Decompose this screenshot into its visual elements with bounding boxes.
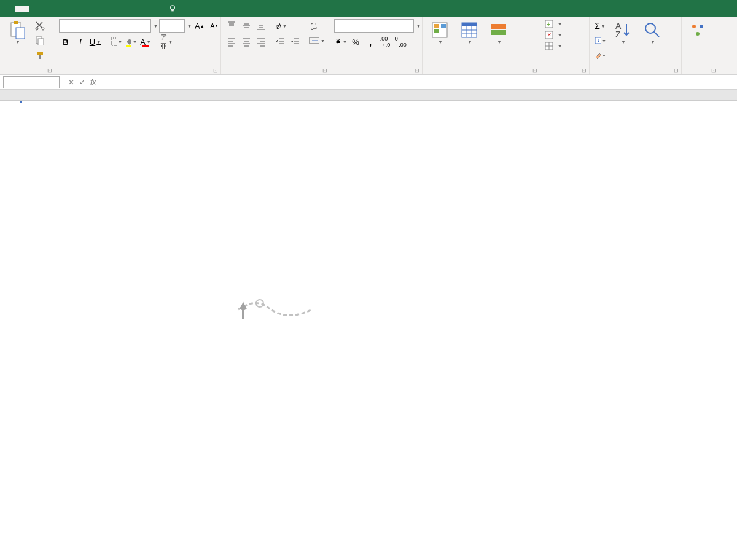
tab-formulas[interactable] (59, 6, 74, 12)
cell-styles-button[interactable]: ▼ (485, 19, 512, 45)
increase-font-button[interactable]: A▲ (193, 19, 206, 33)
font-size-select[interactable] (159, 19, 185, 33)
align-left-icon (227, 37, 236, 47)
tab-review[interactable] (88, 6, 103, 12)
svg-text:×: × (547, 31, 551, 38)
table-icon (459, 20, 479, 40)
delete-cells-icon: × (544, 30, 554, 40)
comma-format-button[interactable]: , (364, 35, 377, 49)
fill-button[interactable]: ▼ (593, 34, 607, 47)
align-center-icon (241, 37, 251, 47)
report-table (20, 101, 22, 103)
bold-button[interactable]: B (59, 35, 72, 49)
currency-icon: ¥ (335, 37, 341, 47)
select-all-corner[interactable] (0, 90, 17, 100)
align-center-button[interactable] (240, 35, 253, 49)
tell-me-search[interactable] (168, 4, 180, 13)
indent-icon (291, 37, 300, 47)
fx-button[interactable]: fx (90, 78, 96, 87)
increase-indent-button[interactable] (289, 35, 302, 49)
formula-bar[interactable] (101, 76, 732, 88)
svg-rect-11 (142, 45, 149, 47)
editing-group-label (593, 72, 677, 74)
enter-formula-button[interactable]: ✓ (79, 78, 85, 87)
clear-button[interactable]: ▼ (593, 49, 607, 62)
align-right-button[interactable] (254, 35, 268, 49)
svg-rect-22 (462, 23, 477, 26)
svg-rect-23 (491, 24, 506, 29)
delete-cells-button[interactable]: ×▼ (544, 30, 562, 40)
find-select-button[interactable]: ▼ (639, 19, 666, 45)
align-top-button[interactable] (225, 19, 238, 33)
number-format-select[interactable] (334, 19, 414, 33)
sort-filter-icon: AZ (613, 20, 633, 40)
conditional-format-icon (430, 20, 450, 40)
increase-decimal-button[interactable]: .00→.0 (378, 35, 392, 49)
svg-rect-9 (111, 38, 117, 45)
decrease-indent-button[interactable] (274, 35, 287, 49)
tab-data[interactable] (74, 6, 88, 12)
svg-rect-18 (434, 24, 439, 28)
border-button[interactable]: ▼ (109, 35, 123, 49)
italic-button[interactable]: I (74, 35, 87, 49)
svg-rect-24 (491, 30, 506, 35)
tab-view[interactable] (103, 6, 118, 12)
cut-button[interactable] (33, 19, 47, 33)
orientation-button[interactable]: ab▼ (274, 19, 287, 33)
align-left-button[interactable] (225, 35, 238, 49)
format-as-table-button[interactable]: ▼ (456, 19, 483, 45)
svg-point-34 (692, 25, 696, 28)
svg-point-35 (700, 25, 703, 28)
svg-point-5 (42, 28, 44, 30)
underline-button[interactable]: U▼ (88, 35, 102, 49)
lightbulb-icon (168, 4, 177, 13)
worksheet-grid[interactable] (0, 90, 737, 560)
tab-insert[interactable] (29, 6, 44, 12)
scissors-icon (35, 21, 45, 31)
ribbon-tabs (0, 0, 737, 17)
font-name-select[interactable] (59, 19, 151, 33)
outdent-icon (276, 37, 286, 47)
paste-button[interactable]: ▼ (4, 19, 31, 45)
tab-file[interactable] (0, 6, 15, 12)
svg-point-33 (645, 23, 655, 33)
align-group-label (225, 72, 326, 74)
magnifier-icon (642, 20, 662, 40)
conditional-format-button[interactable]: ▼ (426, 19, 453, 45)
copy-button[interactable] (33, 34, 47, 47)
tab-layout[interactable] (44, 6, 59, 12)
format-painter-button[interactable] (33, 49, 47, 62)
sort-filter-button[interactable]: AZ ▼ (609, 19, 636, 45)
accounting-format-button[interactable]: ¥▼ (334, 35, 348, 49)
format-cells-button[interactable]: ▼ (544, 41, 562, 51)
align-bottom-button[interactable] (254, 19, 268, 33)
name-box[interactable] (3, 76, 60, 88)
svg-point-37 (256, 300, 263, 307)
wrap-text-button[interactable]: abc↵ (308, 19, 326, 33)
decrease-decimal-button[interactable]: .0→.00 (393, 35, 407, 49)
merge-button[interactable]: ▼ (308, 34, 326, 47)
addins-button[interactable] (685, 19, 712, 41)
decrease-font-button[interactable]: A▼ (208, 19, 221, 33)
autosum-button[interactable]: Σ▼ (593, 19, 607, 33)
align-middle-button[interactable] (240, 19, 253, 33)
border-icon (110, 37, 117, 47)
insert-cells-button[interactable]: +▼ (544, 19, 562, 29)
tab-acrobat[interactable] (147, 6, 162, 12)
copy-icon (35, 36, 45, 45)
svg-point-36 (696, 32, 700, 36)
cell-styles-icon (489, 20, 509, 40)
tab-help[interactable] (133, 6, 147, 12)
align-middle-icon (241, 21, 251, 31)
cancel-formula-button[interactable]: ✕ (68, 78, 74, 87)
svg-rect-7 (38, 39, 44, 45)
tab-home[interactable] (15, 6, 29, 12)
fill-color-button[interactable]: ▼ (124, 35, 138, 49)
align-top-icon (227, 21, 236, 31)
font-color-button[interactable]: A▼ (139, 35, 152, 49)
svg-rect-20 (441, 24, 446, 28)
percent-format-button[interactable]: % (349, 35, 362, 49)
phonetic-button[interactable]: ア亜▼ (160, 35, 173, 49)
tab-dev[interactable] (118, 6, 133, 12)
svg-rect-19 (434, 29, 439, 33)
